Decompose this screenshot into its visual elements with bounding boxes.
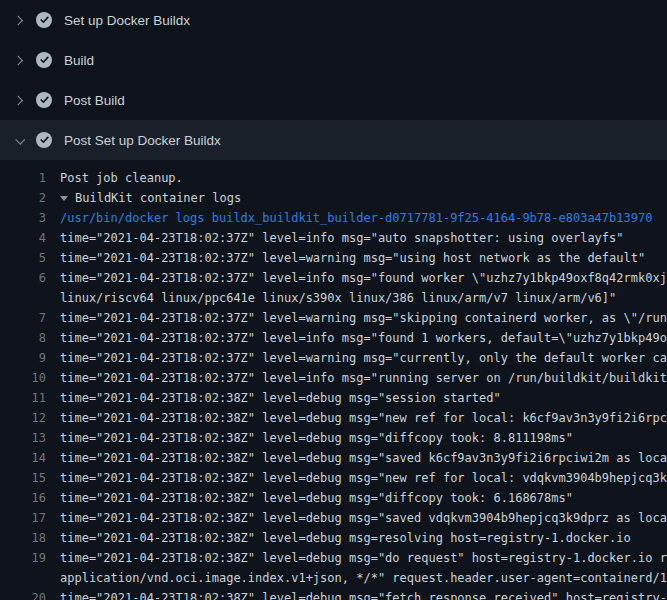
log-text: Post job cleanup. (60, 168, 183, 188)
log-text: time="2021-04-23T18:02:37Z" level=warnin… (60, 308, 667, 328)
log-line-continuation: linux/riscv64 linux/ppc641e linux/s390x … (0, 288, 667, 308)
step-label: Post Build (64, 93, 125, 108)
check-circle-icon (36, 52, 52, 68)
log-text: time="2021-04-23T18:02:38Z" level=debug … (60, 408, 667, 428)
log-line: 8time="2021-04-23T18:02:37Z" level=info … (0, 328, 667, 348)
line-number (0, 288, 46, 308)
log-line: 14time="2021-04-23T18:02:38Z" level=debu… (0, 448, 667, 468)
log-text: time="2021-04-23T18:02:38Z" level=debug … (60, 488, 573, 508)
log-line: 11time="2021-04-23T18:02:38Z" level=debu… (0, 388, 667, 408)
log-line: 19time="2021-04-23T18:02:38Z" level=debu… (0, 548, 667, 568)
log-line: 7time="2021-04-23T18:02:37Z" level=warni… (0, 308, 667, 328)
check-circle-icon (36, 132, 52, 148)
log-text: time="2021-04-23T18:02:37Z" level=info m… (60, 228, 624, 248)
log-text: time="2021-04-23T18:02:37Z" level=warnin… (60, 348, 667, 368)
log-text: time="2021-04-23T18:02:38Z" level=debug … (60, 428, 573, 448)
step-row-post-set-up-docker-buildx[interactable]: Post Set up Docker Buildx (0, 120, 667, 160)
log-line: 16time="2021-04-23T18:02:38Z" level=debu… (0, 488, 667, 508)
log-text: time="2021-04-23T18:02:37Z" level=info m… (60, 328, 667, 348)
log-line: 15time="2021-04-23T18:02:38Z" level=debu… (0, 468, 667, 488)
line-number[interactable]: 12 (0, 408, 46, 428)
step-row-build[interactable]: Build (0, 40, 667, 80)
log-panel: 1Post job cleanup.2BuildKit container lo… (0, 160, 667, 600)
log-line: 3/usr/bin/docker logs buildx_buildkit_bu… (0, 208, 667, 228)
line-number[interactable]: 1 (0, 168, 46, 188)
log-line: 13time="2021-04-23T18:02:38Z" level=debu… (0, 428, 667, 448)
log-text: time="2021-04-23T18:02:38Z" level=debug … (60, 448, 667, 468)
log-text: time="2021-04-23T18:02:38Z" level=debug … (60, 588, 667, 600)
log-line: 6time="2021-04-23T18:02:37Z" level=info … (0, 268, 667, 288)
triangle-down-icon (60, 196, 68, 201)
line-number[interactable]: 11 (0, 388, 46, 408)
line-number[interactable]: 10 (0, 368, 46, 388)
step-row-post-build[interactable]: Post Build (0, 80, 667, 120)
log-line: 2BuildKit container logs (0, 188, 667, 208)
line-number (0, 568, 46, 588)
line-number[interactable]: 7 (0, 308, 46, 328)
log-line: 12time="2021-04-23T18:02:38Z" level=debu… (0, 408, 667, 428)
line-number[interactable]: 17 (0, 508, 46, 528)
log-line: 9time="2021-04-23T18:02:37Z" level=warni… (0, 348, 667, 368)
line-number[interactable]: 15 (0, 468, 46, 488)
log-text: time="2021-04-23T18:02:38Z" level=debug … (60, 508, 667, 528)
line-number[interactable]: 2 (0, 188, 46, 208)
check-circle-icon (36, 92, 52, 108)
line-number[interactable]: 16 (0, 488, 46, 508)
step-list: Set up Docker BuildxBuildPost BuildPost … (0, 0, 667, 160)
line-number[interactable]: 5 (0, 248, 46, 268)
log-line: 10time="2021-04-23T18:02:37Z" level=info… (0, 368, 667, 388)
line-number[interactable]: 18 (0, 528, 46, 548)
log-text: time="2021-04-23T18:02:38Z" level=debug … (60, 468, 667, 488)
log-text: linux/riscv64 linux/ppc641e linux/s390x … (60, 288, 616, 308)
log-line: 17time="2021-04-23T18:02:38Z" level=debu… (0, 508, 667, 528)
step-label: Set up Docker Buildx (64, 13, 190, 28)
log-line-continuation: application/vnd.oci.image.index.v1+json,… (0, 568, 667, 588)
line-number[interactable]: 3 (0, 208, 46, 228)
line-number[interactable]: 20 (0, 588, 46, 600)
log-text: time="2021-04-23T18:02:37Z" level=info m… (60, 268, 667, 288)
step-row-set-up-docker-buildx[interactable]: Set up Docker Buildx (0, 0, 667, 40)
log-text: time="2021-04-23T18:02:38Z" level=debug … (60, 528, 631, 548)
log-line: 20time="2021-04-23T18:02:38Z" level=debu… (0, 588, 667, 600)
chevron-right-icon (14, 55, 24, 65)
log-command-text: /usr/bin/docker logs buildx_buildkit_bui… (60, 208, 652, 228)
line-number[interactable]: 4 (0, 228, 46, 248)
log-line: 5time="2021-04-23T18:02:37Z" level=warni… (0, 248, 667, 268)
log-line: 18time="2021-04-23T18:02:38Z" level=debu… (0, 528, 667, 548)
log-line: 4time="2021-04-23T18:02:37Z" level=info … (0, 228, 667, 248)
step-label: Build (64, 53, 94, 68)
chevron-right-icon (14, 95, 24, 105)
log-text: time="2021-04-23T18:02:38Z" level=debug … (60, 548, 667, 568)
workflow-log-viewer: Set up Docker BuildxBuildPost BuildPost … (0, 0, 667, 600)
line-number[interactable]: 14 (0, 448, 46, 468)
log-group-toggle[interactable]: BuildKit container logs (60, 188, 241, 208)
line-number[interactable]: 13 (0, 428, 46, 448)
line-number[interactable]: 8 (0, 328, 46, 348)
check-circle-icon (36, 12, 52, 28)
log-text: time="2021-04-23T18:02:38Z" level=debug … (60, 388, 501, 408)
log-text: application/vnd.oci.image.index.v1+json,… (60, 568, 667, 588)
log-text: time="2021-04-23T18:02:37Z" level=warnin… (60, 248, 645, 268)
chevron-right-icon (14, 15, 24, 25)
step-label: Post Set up Docker Buildx (64, 133, 221, 148)
log-text: time="2021-04-23T18:02:37Z" level=info m… (60, 368, 667, 388)
log-line: 1Post job cleanup. (0, 168, 667, 188)
line-number[interactable]: 19 (0, 548, 46, 568)
chevron-down-icon (14, 135, 24, 145)
line-number[interactable]: 6 (0, 268, 46, 288)
line-number[interactable]: 9 (0, 348, 46, 368)
